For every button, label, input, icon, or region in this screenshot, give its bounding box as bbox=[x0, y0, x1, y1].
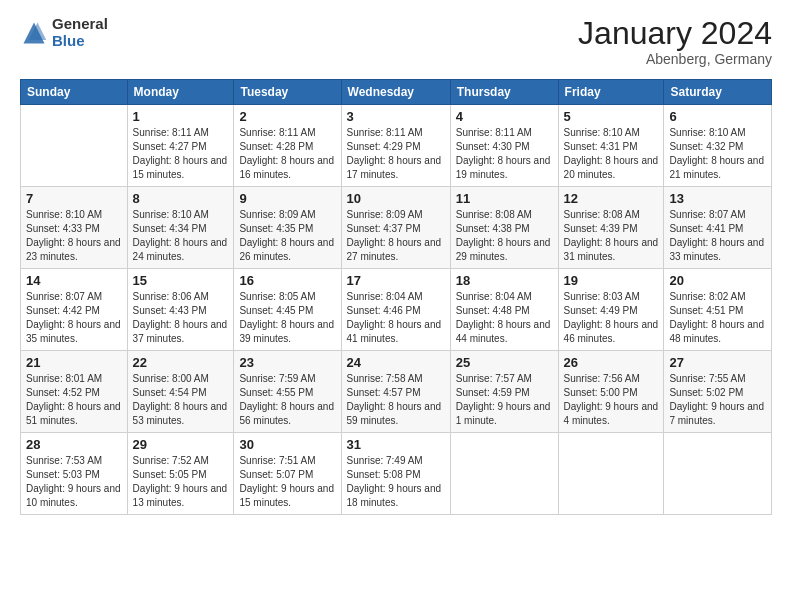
calendar-header-saturday: Saturday bbox=[664, 80, 772, 105]
calendar-week-row: 7Sunrise: 8:10 AMSunset: 4:33 PMDaylight… bbox=[21, 187, 772, 269]
calendar-cell: 7Sunrise: 8:10 AMSunset: 4:33 PMDaylight… bbox=[21, 187, 128, 269]
calendar-cell: 18Sunrise: 8:04 AMSunset: 4:48 PMDayligh… bbox=[450, 269, 558, 351]
day-info: Sunrise: 7:49 AMSunset: 5:08 PMDaylight:… bbox=[347, 454, 445, 510]
day-number: 27 bbox=[669, 355, 766, 370]
day-info: Sunrise: 7:51 AMSunset: 5:07 PMDaylight:… bbox=[239, 454, 335, 510]
day-number: 22 bbox=[133, 355, 229, 370]
day-info: Sunrise: 8:00 AMSunset: 4:54 PMDaylight:… bbox=[133, 372, 229, 428]
calendar-cell: 4Sunrise: 8:11 AMSunset: 4:30 PMDaylight… bbox=[450, 105, 558, 187]
day-number: 24 bbox=[347, 355, 445, 370]
day-number: 31 bbox=[347, 437, 445, 452]
day-number: 4 bbox=[456, 109, 553, 124]
day-info: Sunrise: 8:03 AMSunset: 4:49 PMDaylight:… bbox=[564, 290, 659, 346]
calendar-cell: 24Sunrise: 7:58 AMSunset: 4:57 PMDayligh… bbox=[341, 351, 450, 433]
logo-icon bbox=[20, 19, 48, 47]
day-info: Sunrise: 8:09 AMSunset: 4:37 PMDaylight:… bbox=[347, 208, 445, 264]
day-info: Sunrise: 8:10 AMSunset: 4:31 PMDaylight:… bbox=[564, 126, 659, 182]
location: Abenberg, Germany bbox=[578, 51, 772, 67]
calendar-cell: 28Sunrise: 7:53 AMSunset: 5:03 PMDayligh… bbox=[21, 433, 128, 515]
logo-general-text: General bbox=[52, 16, 108, 33]
day-info: Sunrise: 7:57 AMSunset: 4:59 PMDaylight:… bbox=[456, 372, 553, 428]
calendar-cell: 2Sunrise: 8:11 AMSunset: 4:28 PMDaylight… bbox=[234, 105, 341, 187]
calendar-cell: 29Sunrise: 7:52 AMSunset: 5:05 PMDayligh… bbox=[127, 433, 234, 515]
calendar-cell: 14Sunrise: 8:07 AMSunset: 4:42 PMDayligh… bbox=[21, 269, 128, 351]
day-number: 17 bbox=[347, 273, 445, 288]
calendar-header-monday: Monday bbox=[127, 80, 234, 105]
day-number: 28 bbox=[26, 437, 122, 452]
calendar-cell bbox=[450, 433, 558, 515]
day-number: 26 bbox=[564, 355, 659, 370]
day-info: Sunrise: 8:09 AMSunset: 4:35 PMDaylight:… bbox=[239, 208, 335, 264]
day-info: Sunrise: 8:02 AMSunset: 4:51 PMDaylight:… bbox=[669, 290, 766, 346]
day-number: 25 bbox=[456, 355, 553, 370]
day-number: 11 bbox=[456, 191, 553, 206]
day-number: 3 bbox=[347, 109, 445, 124]
calendar-cell: 31Sunrise: 7:49 AMSunset: 5:08 PMDayligh… bbox=[341, 433, 450, 515]
calendar-cell: 10Sunrise: 8:09 AMSunset: 4:37 PMDayligh… bbox=[341, 187, 450, 269]
day-info: Sunrise: 7:52 AMSunset: 5:05 PMDaylight:… bbox=[133, 454, 229, 510]
day-number: 1 bbox=[133, 109, 229, 124]
day-info: Sunrise: 7:53 AMSunset: 5:03 PMDaylight:… bbox=[26, 454, 122, 510]
calendar-header-row: SundayMondayTuesdayWednesdayThursdayFrid… bbox=[21, 80, 772, 105]
day-info: Sunrise: 8:06 AMSunset: 4:43 PMDaylight:… bbox=[133, 290, 229, 346]
logo-text: General Blue bbox=[52, 16, 108, 49]
day-info: Sunrise: 8:11 AMSunset: 4:27 PMDaylight:… bbox=[133, 126, 229, 182]
day-number: 7 bbox=[26, 191, 122, 206]
day-number: 9 bbox=[239, 191, 335, 206]
title-block: January 2024 Abenberg, Germany bbox=[578, 16, 772, 67]
day-info: Sunrise: 8:10 AMSunset: 4:34 PMDaylight:… bbox=[133, 208, 229, 264]
page: General Blue January 2024 Abenberg, Germ… bbox=[0, 0, 792, 612]
month-title: January 2024 bbox=[578, 16, 772, 51]
day-info: Sunrise: 7:59 AMSunset: 4:55 PMDaylight:… bbox=[239, 372, 335, 428]
calendar-header-sunday: Sunday bbox=[21, 80, 128, 105]
calendar-cell: 9Sunrise: 8:09 AMSunset: 4:35 PMDaylight… bbox=[234, 187, 341, 269]
header: General Blue January 2024 Abenberg, Germ… bbox=[20, 16, 772, 67]
day-info: Sunrise: 8:07 AMSunset: 4:41 PMDaylight:… bbox=[669, 208, 766, 264]
day-info: Sunrise: 8:10 AMSunset: 4:33 PMDaylight:… bbox=[26, 208, 122, 264]
calendar-cell: 1Sunrise: 8:11 AMSunset: 4:27 PMDaylight… bbox=[127, 105, 234, 187]
calendar-cell: 22Sunrise: 8:00 AMSunset: 4:54 PMDayligh… bbox=[127, 351, 234, 433]
calendar-cell: 25Sunrise: 7:57 AMSunset: 4:59 PMDayligh… bbox=[450, 351, 558, 433]
calendar-cell: 8Sunrise: 8:10 AMSunset: 4:34 PMDaylight… bbox=[127, 187, 234, 269]
day-number: 6 bbox=[669, 109, 766, 124]
calendar-week-row: 14Sunrise: 8:07 AMSunset: 4:42 PMDayligh… bbox=[21, 269, 772, 351]
calendar-header-thursday: Thursday bbox=[450, 80, 558, 105]
day-number: 16 bbox=[239, 273, 335, 288]
day-number: 12 bbox=[564, 191, 659, 206]
calendar-header-wednesday: Wednesday bbox=[341, 80, 450, 105]
calendar-cell: 17Sunrise: 8:04 AMSunset: 4:46 PMDayligh… bbox=[341, 269, 450, 351]
calendar-cell: 16Sunrise: 8:05 AMSunset: 4:45 PMDayligh… bbox=[234, 269, 341, 351]
day-info: Sunrise: 8:04 AMSunset: 4:48 PMDaylight:… bbox=[456, 290, 553, 346]
day-number: 15 bbox=[133, 273, 229, 288]
calendar-week-row: 28Sunrise: 7:53 AMSunset: 5:03 PMDayligh… bbox=[21, 433, 772, 515]
logo: General Blue bbox=[20, 16, 108, 49]
logo-blue-text: Blue bbox=[52, 33, 108, 50]
calendar-header-friday: Friday bbox=[558, 80, 664, 105]
calendar-cell: 19Sunrise: 8:03 AMSunset: 4:49 PMDayligh… bbox=[558, 269, 664, 351]
calendar: SundayMondayTuesdayWednesdayThursdayFrid… bbox=[20, 79, 772, 515]
day-number: 20 bbox=[669, 273, 766, 288]
day-number: 18 bbox=[456, 273, 553, 288]
day-info: Sunrise: 8:05 AMSunset: 4:45 PMDaylight:… bbox=[239, 290, 335, 346]
calendar-cell: 15Sunrise: 8:06 AMSunset: 4:43 PMDayligh… bbox=[127, 269, 234, 351]
day-info: Sunrise: 8:08 AMSunset: 4:38 PMDaylight:… bbox=[456, 208, 553, 264]
day-info: Sunrise: 8:10 AMSunset: 4:32 PMDaylight:… bbox=[669, 126, 766, 182]
day-number: 10 bbox=[347, 191, 445, 206]
calendar-cell: 12Sunrise: 8:08 AMSunset: 4:39 PMDayligh… bbox=[558, 187, 664, 269]
day-info: Sunrise: 8:11 AMSunset: 4:29 PMDaylight:… bbox=[347, 126, 445, 182]
day-info: Sunrise: 7:58 AMSunset: 4:57 PMDaylight:… bbox=[347, 372, 445, 428]
day-number: 13 bbox=[669, 191, 766, 206]
calendar-cell: 13Sunrise: 8:07 AMSunset: 4:41 PMDayligh… bbox=[664, 187, 772, 269]
day-number: 14 bbox=[26, 273, 122, 288]
calendar-week-row: 21Sunrise: 8:01 AMSunset: 4:52 PMDayligh… bbox=[21, 351, 772, 433]
calendar-cell: 3Sunrise: 8:11 AMSunset: 4:29 PMDaylight… bbox=[341, 105, 450, 187]
day-number: 21 bbox=[26, 355, 122, 370]
calendar-cell: 20Sunrise: 8:02 AMSunset: 4:51 PMDayligh… bbox=[664, 269, 772, 351]
day-number: 2 bbox=[239, 109, 335, 124]
day-number: 29 bbox=[133, 437, 229, 452]
calendar-cell: 26Sunrise: 7:56 AMSunset: 5:00 PMDayligh… bbox=[558, 351, 664, 433]
calendar-cell bbox=[664, 433, 772, 515]
calendar-cell: 21Sunrise: 8:01 AMSunset: 4:52 PMDayligh… bbox=[21, 351, 128, 433]
calendar-cell: 23Sunrise: 7:59 AMSunset: 4:55 PMDayligh… bbox=[234, 351, 341, 433]
day-number: 19 bbox=[564, 273, 659, 288]
